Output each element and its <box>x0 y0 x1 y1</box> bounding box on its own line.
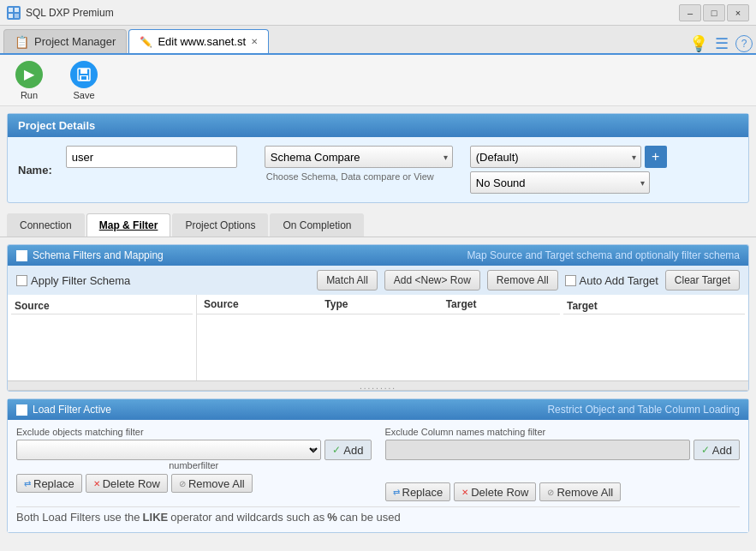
schema-filters-hint: Map Source and Target schema and optiona… <box>467 249 740 261</box>
mapping-type-header: Type <box>318 296 438 312</box>
auto-add-target-label: Auto Add Target <box>565 274 658 287</box>
resize-handle[interactable]: ......... <box>8 380 748 391</box>
sound-wrapper: No Sound Sound 1 Sound 2 <box>470 171 650 194</box>
add-objects-filter-button[interactable]: ✓ Add <box>324 440 371 460</box>
default-row: (Default) Option 1 Option 2 + <box>470 146 667 168</box>
sound-row: No Sound Sound 1 Sound 2 <box>470 171 667 194</box>
exclude-objects-select[interactable] <box>16 440 321 460</box>
schema-source-header: Source <box>11 298 193 314</box>
replace-columns-button[interactable]: ⇄ Replace <box>385 482 451 501</box>
tab-project-options[interactable]: Project Options <box>172 213 268 237</box>
filter-note-end: can be used <box>340 511 401 524</box>
menu-icon[interactable]: ☰ <box>715 34 729 53</box>
replace-objects-button[interactable]: ⇄ Replace <box>16 474 82 493</box>
schema-compare-select[interactable]: Schema Compare Data Compare View <box>265 146 453 168</box>
remove-all-columns-button[interactable]: ⊘ Remove All <box>539 482 621 501</box>
check-icon: ✓ <box>332 444 341 456</box>
exclude-objects-col: Exclude objects matching filter ✓ Add nu… <box>16 427 372 501</box>
add-objects-label: Add <box>343 444 363 457</box>
schema-source-col: Source <box>8 295 197 380</box>
schema-grid: Source Source Type Target Target <box>8 295 748 380</box>
remove-all-columns-label: Remove All <box>557 486 613 499</box>
filter-note-text: Both Load Filters use the <box>16 511 140 524</box>
tab-project-manager-label: Project Manager <box>34 35 116 48</box>
schema-target-header: Target <box>563 298 745 314</box>
schema-filters-title: Schema Filters and Mapping <box>33 249 164 261</box>
save-button[interactable]: Save <box>63 57 104 104</box>
project-details-body: Name: Schema Compare Data Compare View C… <box>8 137 748 202</box>
tab-close-icon[interactable]: ✕ <box>251 37 258 46</box>
schema-target-col: Target <box>560 295 748 380</box>
default-wrapper: (Default) Option 1 Option 2 <box>470 146 641 168</box>
delete-row-columns-button[interactable]: ✕ Delete Row <box>454 482 536 501</box>
svg-rect-3 <box>15 14 19 18</box>
project-details-header: Project Details <box>8 114 748 137</box>
delete-row-columns-label: Delete Row <box>471 486 528 499</box>
svg-rect-7 <box>81 76 86 80</box>
delete-icon-2: ✕ <box>461 488 468 497</box>
run-icon: ▶ <box>15 61 43 88</box>
schema-filters-checkbox[interactable] <box>16 250 27 261</box>
exclude-columns-col: Exclude Column names matching filter ✓ A… <box>385 427 741 501</box>
delete-row-objects-button[interactable]: ✕ Delete Row <box>86 474 168 493</box>
replace-icon-2: ⇄ <box>393 488 400 497</box>
minimize-button[interactable]: – <box>679 4 701 21</box>
replace-columns-label: Replace <box>402 486 443 499</box>
remove-icon-2: ⊘ <box>547 488 554 497</box>
filter-note-operator: operator and wildcards such as <box>170 511 324 524</box>
default-group: (Default) Option 1 Option 2 + No Sound S… <box>470 146 667 194</box>
content-tabs: Connection Map & Filter Project Options … <box>0 210 756 237</box>
tab-edit-www[interactable]: ✏️ Edit www.sanet.st ✕ <box>128 29 269 53</box>
exclude-objects-label: Exclude objects matching filter <box>16 427 372 437</box>
schema-hint: Choose Schema, Data compare or View <box>265 171 453 182</box>
match-all-button[interactable]: Match All <box>317 270 378 290</box>
add-columns-filter-button[interactable]: ✓ Add <box>693 440 740 460</box>
tab-map-filter[interactable]: Map & Filter <box>86 213 171 237</box>
name-input[interactable] <box>66 146 237 168</box>
run-label: Run <box>21 90 38 100</box>
remove-all-button[interactable]: Remove All <box>487 270 558 290</box>
apply-filter-checkbox[interactable] <box>16 275 27 286</box>
add-new-row-button[interactable]: Add <New> Row <box>384 270 480 290</box>
filter-note-percent: % <box>327 511 337 524</box>
tab-on-completion[interactable]: On Completion <box>270 213 364 237</box>
tab-edit-www-label: Edit www.sanet.st <box>158 35 246 48</box>
project-details-section: Project Details Name: Schema Compare Dat… <box>7 113 749 203</box>
schema-filters-header: Schema Filters and Mapping Map Source an… <box>8 245 748 266</box>
filter-actions-objects: ⇄ Replace ✕ Delete Row ⊘ Remove All <box>16 474 372 493</box>
schema-toolbar: Apply Filter Schema Match All Add <New> … <box>8 266 748 295</box>
replace-objects-label: Replace <box>33 477 74 490</box>
schema-middle-headers: Source Type Target <box>197 295 560 314</box>
clear-target-button[interactable]: Clear Target <box>665 270 740 290</box>
close-button[interactable]: × <box>727 4 749 21</box>
tab-project-manager[interactable]: 📋 Project Manager <box>3 29 127 53</box>
help-icon[interactable]: ? <box>735 35 753 52</box>
schema-compare-wrapper: Schema Compare Data Compare View <box>265 146 453 168</box>
maximize-button[interactable]: □ <box>703 4 725 21</box>
main-content: Schema Filters and Mapping Map Source an… <box>0 237 756 540</box>
run-button[interactable]: ▶ Run <box>9 57 50 104</box>
number-filter-header: numberfilter <box>16 460 372 470</box>
bulb-icon[interactable]: 💡 <box>689 34 708 53</box>
svg-rect-2 <box>9 14 13 18</box>
schema-middle-col: Source Type Target <box>197 295 560 380</box>
filter-row: Exclude objects matching filter ✓ Add nu… <box>16 427 740 501</box>
edit-icon: ✏️ <box>140 36 152 48</box>
load-filter-checkbox[interactable] <box>16 404 27 416</box>
mapping-source-header: Source <box>197 296 318 312</box>
tab-connection[interactable]: Connection <box>7 213 85 237</box>
sound-select[interactable]: No Sound Sound 1 Sound 2 <box>470 171 650 194</box>
title-bar: SQL DXP Premium – □ × <box>0 0 756 26</box>
auto-add-target-checkbox[interactable] <box>565 275 576 286</box>
mapping-target-header: Target <box>439 296 560 312</box>
load-filter-header-left: Load Filter Active <box>16 404 111 416</box>
toolbar: ▶ Run Save <box>0 55 756 106</box>
replace-icon: ⇄ <box>24 479 31 488</box>
top-right-icons: 💡 ☰ ? <box>689 34 753 53</box>
save-label: Save <box>73 90 94 100</box>
check-icon-2: ✓ <box>701 444 710 456</box>
exclude-columns-input <box>385 440 690 460</box>
add-button[interactable]: + <box>645 146 667 168</box>
remove-all-objects-button[interactable]: ⊘ Remove All <box>171 474 253 493</box>
default-select[interactable]: (Default) Option 1 Option 2 <box>470 146 641 168</box>
